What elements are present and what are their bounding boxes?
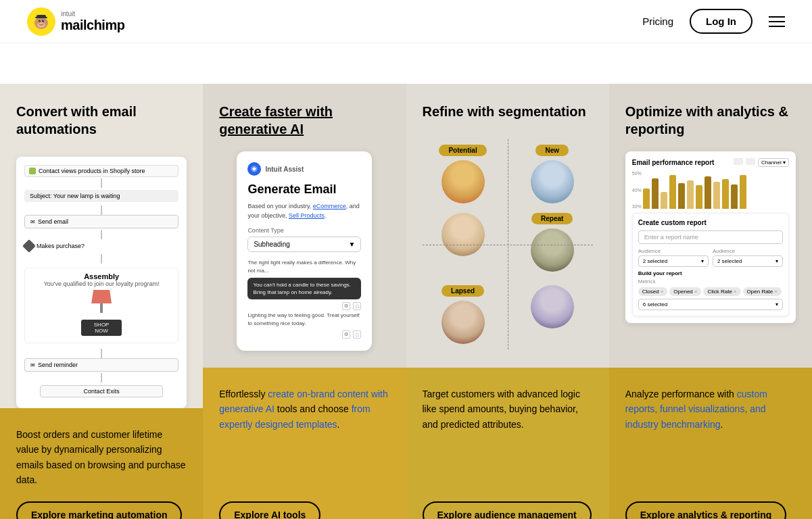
top-spacer [0,43,812,84]
cr-selected-dropdown[interactable]: 6 selected ▾ [638,299,783,310]
metric-closed-x[interactable]: × [661,289,664,295]
metrics-label: Metrics [638,278,783,285]
cr-audience-val1: 2 selected [643,258,667,264]
metric-clickrate-x[interactable]: × [734,289,737,295]
shopify-icon [29,168,36,174]
analytics-header: Email performance report Channel ▾ [632,158,789,167]
bar11 [731,184,738,209]
ctrl-btn1[interactable] [734,158,743,165]
ai-sub-text1: Based on your industry, [247,203,312,209]
hamburger-line3 [769,26,785,27]
cr-audience-label1: Audience [638,248,709,254]
bar2 [652,178,659,209]
cta-3[interactable]: Explore audience management [423,501,592,519]
feature-desc-2: Effortlessly create on-brand content wit… [219,387,389,432]
arrow5: | [24,347,178,358]
shopify-label: Contact views products in Shopify store [39,168,145,174]
feature-col-2: Create faster with generative AI Intuit … [203,84,406,519]
ai-period: . [325,212,327,219]
cta-2[interactable]: Explore AI tools [219,501,320,519]
label-new: New [535,145,569,156]
segment-new: New Repeat [512,145,593,272]
intuit-assist-icon [247,162,261,176]
makes-purchase-row: Makes purchase? [24,241,178,251]
content-type-dropdown[interactable]: Subheading ▼ [247,237,361,252]
brand-label: mailchimp [61,18,124,32]
cr-input[interactable]: Enter a report name [638,230,783,244]
feature-grid: Convert with email automations Contact v… [0,84,812,519]
ai-icons-row2: ⚙ □ [247,330,361,339]
chart-area: 50% 40% 30% [632,171,789,213]
ai-action2-icon[interactable]: □ [353,330,361,339]
svg-point-6 [42,20,44,22]
send-reminder-label: Send reminder [38,362,78,368]
ai-heading: Generate Email [247,182,361,197]
diamond-shape [22,239,36,253]
nav-right: Pricing Log In [642,9,785,34]
arrow4: | [24,253,178,264]
ctrl-channel[interactable]: Channel ▾ [758,158,789,167]
ai-copy-icon[interactable]: ⚙ [342,302,350,310]
v-divider [508,139,508,349]
shop-now: SHOP NOW [81,320,122,336]
metric-opened-label: Opened [673,289,692,295]
cr-audience-val2: 2 selected [717,258,742,264]
ai-mockup-wrapper: Intuit Assist Generate Email Based on yo… [219,151,389,351]
feature-title-3: Refine with segmentation [423,103,593,120]
cta-4[interactable]: Explore analytics & reporting [625,501,787,519]
metric-openrate-x[interactable]: × [774,289,778,295]
bar3 [661,192,667,209]
ai-icons-row1: ⚙ □ [247,302,361,310]
feature-title-2: Create faster with generative AI [219,103,389,138]
feature-desc-3: Target customers with advanced logic lik… [423,387,593,432]
desc2-text2: tools and choose [274,403,352,414]
ctrl-btn2[interactable] [746,158,755,165]
bar5 [678,183,685,209]
svg-rect-8 [35,17,47,18]
cr-audience-label2: Audience [713,248,783,254]
cr-audience-row: Audience 2 selected ▾ Audience 2 selecte… [638,248,783,267]
ai-edit-icon[interactable]: □ [353,302,361,310]
feature-text-area-3: Target customers with advanced logic lik… [406,368,609,519]
hamburger-line2 [769,21,785,22]
cr-audience-dropdown1[interactable]: 2 selected ▾ [638,255,709,267]
pricing-link[interactable]: Pricing [642,16,673,27]
label-repeat: Repeat [531,213,573,224]
metric-openrate: Open Rate × [743,287,782,296]
hamburger-menu[interactable] [769,16,785,27]
cr-audience-dropdown2[interactable]: 2 selected ▾ [713,255,783,267]
cr-dropdown-arrow3: ▾ [775,301,778,307]
login-button[interactable]: Log In [690,9,753,34]
ai-text3: Lighting the way to feeling good. Treat … [247,312,361,328]
assembly-sub: You've qualified to join our loyalty pro… [32,280,171,287]
segment-lapsed: Lapsed [423,285,504,344]
shopify-badge: Contact views products in Shopify store [24,165,178,177]
ai-sell: Sell Products [289,212,325,219]
intuit-label: intuit [61,10,124,18]
automation-mockup: Contact views products in Shopify store … [16,157,187,408]
send-email-box: ✉ Send email [24,215,178,228]
metric-opened-x[interactable]: × [694,289,698,295]
bar-chart [643,175,789,209]
arrow1: | [24,177,178,188]
feature-desc-4: Analyze performance with custom reports,… [625,387,796,432]
cta-1[interactable]: Explore marketing automation [16,501,182,519]
avatar-repeat [531,228,574,272]
ai-title-label: Intuit Assist [265,166,304,173]
metric-openrate-label: Open Rate [747,289,773,295]
custom-report-box: Create custom report Enter a report name… [632,213,789,316]
feature-text-area-4: Analyze performance with custom reports,… [609,368,812,519]
send-email-label: Send email [38,218,68,225]
dropdown-val: Subheading [254,241,289,248]
assembly-title: Assembly [32,272,171,280]
feature-image-area-4: Optimize with analytics & reporting Emai… [609,84,812,368]
avatar-potential2 [441,213,485,256]
bar4 [669,175,676,209]
bar12 [740,175,746,209]
ai-action-icon[interactable]: ⚙ [342,330,350,339]
feature-title-1: Convert with email automations [16,103,187,138]
feature-col-1: Convert with email automations Contact v… [0,84,203,519]
cr-dropdown-arrow1: ▾ [701,258,704,264]
hamburger-line1 [769,16,785,18]
logo[interactable]: intuit mailchimp [27,7,124,36]
